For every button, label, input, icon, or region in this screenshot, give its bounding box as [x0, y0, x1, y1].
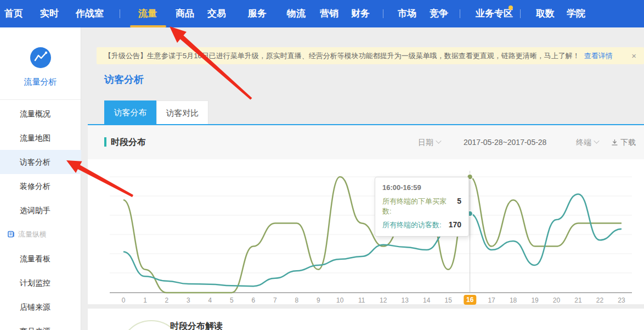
- sidebar-item-9[interactable]: 商品来源: [0, 319, 81, 330]
- chart-tooltip: 16:00-16:59 所有终端的下单买家数:5所有终端的访客数:170: [375, 177, 469, 237]
- tooltip-label: 所有终端的下单买家数:: [382, 197, 454, 216]
- nav-item-5[interactable]: 交易: [207, 0, 226, 27]
- insight-card: 时段分布解读: [88, 309, 644, 330]
- banner-text: 【升级公告】生意参谋于5月16日已进行菜单升级，原实时直播、经营分析等模块功能都…: [104, 51, 580, 61]
- nav-item-0[interactable]: 首页: [4, 0, 23, 27]
- section-title: 时段分布: [111, 137, 146, 148]
- sidebar-header[interactable]: 流量分析: [0, 27, 81, 100]
- tooltip-value: 170: [449, 220, 461, 229]
- tooltip-label: 所有终端的访客数:: [382, 220, 442, 230]
- nav-item-12[interactable]: 业务专区: [476, 0, 513, 27]
- close-icon[interactable]: ×: [630, 51, 637, 60]
- ledger-icon: [8, 231, 15, 238]
- nav-active-underline: [130, 25, 166, 27]
- nav-item-4[interactable]: 商品: [176, 0, 194, 27]
- page-title: 访客分析: [104, 73, 144, 86]
- nav-item-14[interactable]: 学院: [567, 0, 585, 27]
- date-range-value[interactable]: 2017-05-28~2017-05-28: [464, 138, 546, 147]
- tooltip-time-range: 16:00-16:59: [382, 183, 461, 192]
- chevron-down-icon: [594, 138, 599, 143]
- download-button[interactable]: 下载: [611, 138, 636, 148]
- tooltip-row-1: 所有终端的访客数:170: [382, 220, 461, 230]
- traffic-analysis-icon: [30, 47, 51, 68]
- nav-item-7[interactable]: 物流: [287, 0, 306, 27]
- sidebar: 流量分析 流量概况流量地图访客分析装修分析选词助手流量纵横流量看板计划监控店铺来…: [0, 27, 81, 330]
- chart-card-header: [88, 125, 644, 159]
- nav-item-8[interactable]: 营销: [320, 0, 338, 27]
- date-dropdown[interactable]: 日期: [418, 138, 441, 148]
- sidebar-item-6[interactable]: 流量看板: [0, 247, 81, 271]
- insight-title: 时段分布解读: [170, 321, 223, 330]
- nav-item-1[interactable]: 实时: [40, 0, 59, 27]
- chevron-down-icon: [436, 138, 441, 143]
- sidebar-item-2-active[interactable]: 访客分析: [0, 150, 81, 174]
- nav-divider: [520, 9, 521, 18]
- sidebar-item-0[interactable]: 流量概况: [0, 102, 81, 126]
- sidebar-item-1[interactable]: 流量地图: [0, 126, 81, 150]
- nav-item-6[interactable]: 服务: [248, 0, 267, 27]
- nav-item-11[interactable]: 竞争: [430, 0, 448, 27]
- nav-item-10[interactable]: 市场: [398, 0, 416, 27]
- nav-divider: [120, 9, 120, 18]
- tooltip-value: 5: [457, 197, 461, 205]
- tooltip-row-0: 所有终端的下单买家数:5: [382, 197, 461, 216]
- sidebar-item-7[interactable]: 计划监控: [0, 271, 81, 295]
- sidebar-title: 流量分析: [0, 77, 81, 87]
- upgrade-banner: 【升级公告】生意参谋于5月16日已进行菜单升级，原实时直播、经营分析等模块功能都…: [97, 47, 644, 64]
- nav-divider: [460, 9, 460, 18]
- sidebar-item-4[interactable]: 选词助手: [0, 198, 81, 222]
- sidebar-item-3[interactable]: 装修分析: [0, 174, 81, 198]
- nav-item-13[interactable]: 取数: [536, 0, 555, 27]
- top-nav: 首页实时作战室流量商品交易服务物流营销财务市场竞争业务专区取数学院: [0, 0, 644, 27]
- tab-visitor-compare[interactable]: 访客对比: [156, 100, 208, 124]
- download-icon: [611, 139, 618, 146]
- nav-item-9[interactable]: 财务: [351, 0, 370, 27]
- notification-dot: [509, 5, 513, 10]
- nav-item-2[interactable]: 作战室: [76, 0, 104, 27]
- sidebar-item-5[interactable]: 流量纵横: [0, 222, 81, 247]
- tab-visitor-distribution[interactable]: 访客分布: [104, 100, 156, 124]
- section-accent-bar: [104, 137, 106, 147]
- nav-item-3-active[interactable]: 流量: [138, 0, 157, 27]
- nav-divider: [383, 9, 383, 18]
- sidebar-item-8[interactable]: 店铺来源: [0, 295, 81, 319]
- banner-detail-link[interactable]: 查看详情: [584, 51, 613, 61]
- terminal-dropdown[interactable]: 终端: [576, 138, 599, 148]
